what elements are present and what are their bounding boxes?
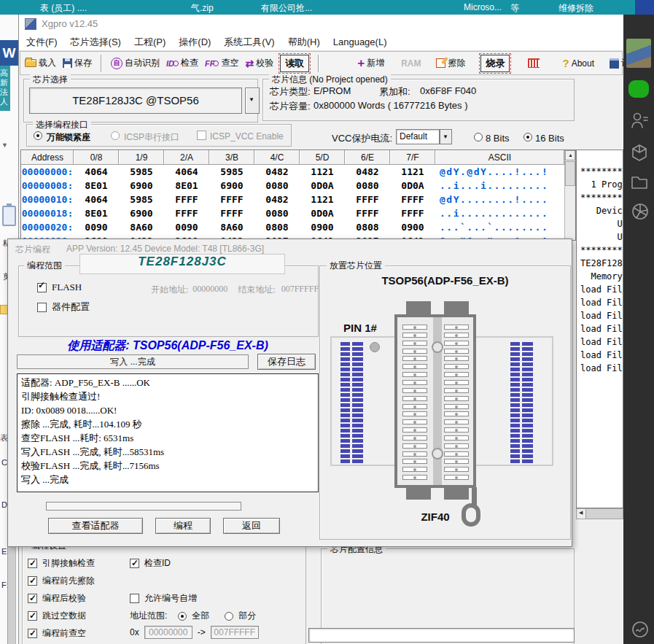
hex-cell[interactable]: 0080: [254, 180, 300, 191]
checkbox[interactable]: [37, 303, 47, 312]
taskbar-item[interactable]: 维修拆除: [558, 2, 593, 15]
hex-cell[interactable]: 0482: [254, 194, 300, 205]
hex-cell[interactable]: 1121: [300, 166, 345, 177]
hex-cell[interactable]: 0080: [345, 180, 390, 191]
toolbar-verify-button[interactable]: ⇄校验: [245, 57, 273, 69]
column-header[interactable]: 6/E: [345, 150, 390, 165]
hex-cell[interactable]: 1121: [300, 194, 345, 205]
column-header[interactable]: 2/A: [164, 150, 209, 165]
checkbox[interactable]: [28, 611, 37, 621]
save-log-button[interactable]: 保存日志: [257, 354, 316, 370]
menu-item[interactable]: 工程(P): [134, 36, 166, 49]
program-button[interactable]: 编程: [155, 518, 211, 534]
column-header[interactable]: ASCII: [435, 150, 564, 165]
hex-cell[interactable]: 6900: [119, 208, 164, 219]
checkbox[interactable]: [37, 283, 47, 292]
hex-cell[interactable]: FFFF: [390, 208, 435, 219]
socket-radio[interactable]: [34, 131, 42, 140]
toolbar-add-button[interactable]: +新增: [357, 57, 384, 69]
check-id-option[interactable]: 检查ID: [130, 557, 171, 570]
chip-select-dropdown-button[interactable]: [245, 88, 260, 114]
checkbox[interactable]: [28, 594, 37, 603]
taskbar-item[interactable]: 有限公司抢...: [261, 2, 312, 15]
hex-cell[interactable]: 6900: [119, 180, 164, 191]
toolbar-autoid-button[interactable]: 自自动识别: [111, 57, 160, 69]
column-header[interactable]: 0/8: [74, 150, 119, 165]
hex-cell[interactable]: FFFF: [164, 208, 209, 219]
grid-vertical-scrollbar[interactable]: [564, 150, 575, 240]
checkbox[interactable]: [130, 559, 139, 568]
flash-option[interactable]: FLASH: [37, 282, 82, 293]
scroll-thumb[interactable]: [565, 161, 575, 186]
hex-cell[interactable]: 0900: [300, 222, 345, 233]
hex-cell[interactable]: 4064: [74, 194, 119, 205]
toolbar-about-button[interactable]: ?About: [562, 57, 594, 69]
menu-item[interactable]: Language(L): [333, 36, 387, 47]
config-info-field[interactable]: [308, 628, 575, 643]
hex-cell[interactable]: 4064: [164, 166, 209, 177]
menu-item[interactable]: 芯片选择(S): [71, 36, 121, 49]
toolbar-pins-button[interactable]: [528, 58, 540, 68]
device-config-option[interactable]: 器件配置: [37, 300, 90, 314]
window-titlebar[interactable]: Xgpro v12.45: [19, 15, 623, 34]
hex-cell[interactable]: 1121: [390, 166, 435, 177]
back-button[interactable]: 返回: [223, 518, 280, 534]
vcc-dropdown-button[interactable]: ▼: [440, 129, 452, 144]
bits8-radio[interactable]: [474, 133, 483, 141]
operation-log[interactable]: 适配器: ADP_F56_EX-B ......OK引脚接触检查通过!ID: 0…: [17, 373, 319, 492]
photo-thumbnail[interactable]: [626, 39, 651, 68]
hex-cell[interactable]: 0D0A: [300, 208, 345, 219]
column-header[interactable]: 1/9: [119, 150, 164, 165]
hex-cell[interactable]: 8E01: [74, 180, 119, 191]
toolbar-read-button[interactable]: 读取: [280, 55, 309, 72]
hex-cell[interactable]: FFFF: [164, 194, 209, 205]
hex-cell[interactable]: 0090: [164, 222, 209, 233]
hex-cell[interactable]: 8A60: [209, 222, 254, 233]
chip-select-combobox[interactable]: TE28F128J3C @TSOP56: [29, 88, 242, 114]
scroll-up-button[interactable]: [565, 150, 575, 160]
checkbox-row[interactable]: 跳过空数据: [28, 607, 95, 624]
toolbar-burn-button[interactable]: 烧录: [480, 55, 510, 72]
contacts-icon[interactable]: [630, 111, 649, 131]
checkbox-row[interactable]: 编程后校验: [28, 589, 95, 607]
toolbar-check-button[interactable]: ID检查: [166, 57, 198, 69]
checkbox-row[interactable]: 引脚接触检查: [28, 554, 95, 572]
hex-data-grid[interactable]: Address0/81/92/A3/B4/C5/D6/E7/FASCII 000…: [20, 150, 576, 241]
checkbox[interactable]: [28, 559, 37, 568]
word-app-badge[interactable]: W: [0, 40, 18, 66]
menu-item[interactable]: 文件(F): [26, 36, 58, 49]
taskbar-item[interactable]: 等: [510, 2, 519, 15]
hex-cell[interactable]: FFFF: [390, 194, 435, 205]
folder-icon[interactable]: [630, 174, 649, 191]
toolbar-blank-button[interactable]: FF查空: [205, 57, 238, 69]
taskbar-item[interactable]: 表 (员工) ....: [40, 2, 87, 15]
hex-cell[interactable]: 5985: [119, 166, 164, 177]
checkbox[interactable]: [28, 629, 37, 638]
hex-cell[interactable]: 0900: [390, 222, 435, 233]
hex-cell[interactable]: FFFF: [209, 208, 254, 219]
checkbox-row[interactable]: 编程前先擦除: [28, 572, 95, 589]
hex-cell[interactable]: 0090: [74, 222, 119, 233]
hex-cell[interactable]: FFFF: [345, 208, 390, 219]
menu-item[interactable]: 操作(D): [179, 36, 211, 49]
hex-cell[interactable]: 0482: [254, 166, 300, 177]
taskbar-item[interactable]: 气.zip: [191, 2, 214, 15]
column-header[interactable]: 4/C: [254, 150, 300, 165]
panel-horizontal-scrollbar[interactable]: [576, 508, 623, 519]
checkbox-row[interactable]: 编程前查空: [28, 624, 95, 642]
column-header[interactable]: Address: [21, 150, 74, 165]
hex-cell[interactable]: 0808: [254, 222, 300, 233]
view-adapter-button[interactable]: 查看适配器: [48, 518, 143, 534]
hex-cell[interactable]: 8A60: [119, 222, 164, 233]
hex-cell[interactable]: 0D0A: [300, 180, 345, 191]
toolbar-load-button[interactable]: 载入: [25, 57, 56, 69]
scroll-left-button[interactable]: [577, 509, 586, 519]
hex-cell[interactable]: FFFF: [209, 194, 254, 205]
hex-cell[interactable]: 5985: [119, 194, 164, 205]
menu-item[interactable]: 系统工具(V): [224, 36, 274, 49]
range-part-radio[interactable]: [225, 612, 233, 621]
os-taskbar[interactable]: 表 (员工) ....气.zip有限公司抢...Microso...等维修拆除: [0, 0, 654, 15]
serial-autoincrement-option[interactable]: 允许编号自增: [130, 592, 197, 605]
wechat-icon[interactable]: [628, 80, 649, 98]
hex-cell[interactable]: 5985: [209, 166, 254, 177]
